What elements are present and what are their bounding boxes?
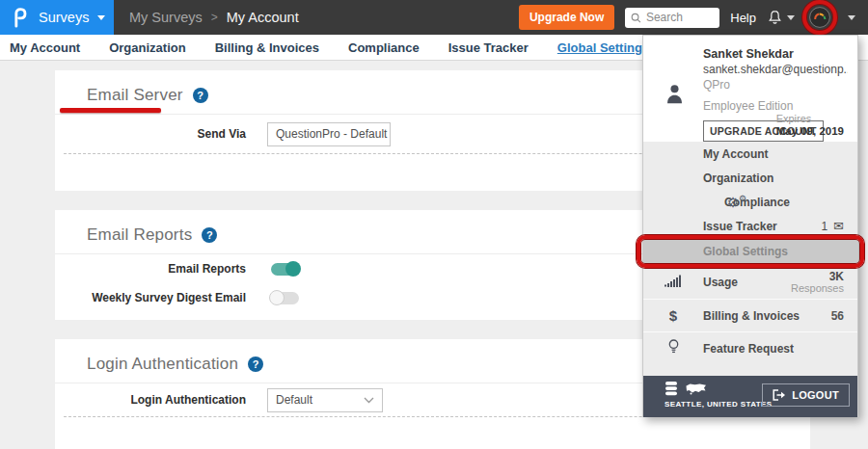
expires-date: May 09, 2019 [776, 125, 844, 137]
mail-icon: ✉ [833, 219, 844, 233]
menu-filler [643, 364, 857, 375]
tab-compliance[interactable]: Compliance [348, 40, 420, 55]
search-input[interactable] [646, 11, 714, 24]
avatar-image [809, 7, 830, 28]
logout-button[interactable]: LOGOUT [762, 383, 850, 407]
expires-block: Expires May 09, 2019 [776, 113, 844, 137]
menu-item-label: Issue Tracker [703, 220, 777, 233]
chevron-down-icon [848, 15, 855, 20]
login-auth-select[interactable]: Default [267, 388, 383, 412]
person-icon [665, 83, 685, 105]
notifications-button[interactable] [767, 9, 795, 26]
tab-global-settings[interactable]: Global Settings [557, 40, 649, 55]
breadcrumb-parent[interactable]: My Surveys [129, 10, 203, 25]
questionpro-app: Surveys My Surveys > My Account Upgrade … [0, 0, 868, 449]
menu-item-label: Usage [703, 276, 738, 289]
search-box[interactable] [625, 8, 719, 28]
breadcrumb: My Surveys > My Account [129, 10, 299, 25]
chevron-down-icon [364, 397, 374, 404]
questionpro-logo-icon [11, 7, 30, 28]
logout-icon [773, 389, 786, 401]
menu-item-label: Organization [703, 172, 773, 185]
menu-item-issue-tracker[interactable]: Issue Tracker 1 ✉ [643, 214, 857, 238]
login-auth-label: Login Authentication [55, 393, 246, 407]
email-reports-label: Email Reports [55, 262, 246, 276]
menu-item-label: Global Settings [703, 245, 788, 258]
section-title: Email Server [87, 86, 183, 105]
weekly-digest-label: Weekly Survey Digest Email [55, 291, 246, 304]
product-menu-label: Surveys [39, 10, 89, 25]
chevron-down-icon [97, 15, 105, 20]
expires-label: Expires [776, 113, 844, 125]
tab-organization[interactable]: Organization [109, 40, 185, 55]
menu-item-compliance[interactable]: ⚙⚙ Compliance [643, 190, 857, 214]
top-bar: Surveys My Surveys > My Account Upgrade … [0, 0, 868, 35]
menu-item-usage[interactable]: Usage 3K Responses [643, 265, 857, 299]
chevron-down-icon [787, 15, 795, 20]
dollar-icon: $ [663, 307, 684, 324]
user-email: sanket.shekdar@questionp... [703, 62, 848, 77]
tab-issue-tracker[interactable]: Issue Tracker [448, 40, 529, 55]
surveys-product-menu[interactable]: Surveys [0, 0, 114, 35]
menu-item-feature-request[interactable]: Feature Request [643, 331, 857, 364]
tab-my-account[interactable]: My Account [10, 40, 80, 55]
login-auth-value: Default [276, 393, 312, 407]
weekly-digest-toggle[interactable] [271, 292, 299, 304]
menu-item-label: Feature Request [703, 342, 794, 356]
usage-value: 3K Responses [791, 271, 844, 294]
user-dropdown-panel: Sanket Shekdar sanket.shekdar@questionp.… [642, 35, 858, 417]
breadcrumb-current: My Account [227, 10, 299, 25]
bell-icon [767, 9, 783, 26]
issue-count: 1 [821, 220, 827, 233]
issue-tracker-badge: 1 ✉ [821, 219, 844, 233]
help-link[interactable]: Help [730, 11, 756, 25]
send-via-value: QuestionPro - Default [276, 127, 387, 141]
usa-map-icon [686, 383, 707, 396]
section-title: Email Reports [87, 225, 192, 245]
search-icon [631, 12, 641, 24]
user-info-section: Sanket Shekdar sanket.shekdar@questionp.… [643, 36, 857, 142]
menu-item-my-account[interactable]: My Account [643, 142, 857, 166]
top-bar-actions: Upgrade Now Help [519, 5, 868, 30]
menu-item-global-settings[interactable]: Global Settings [643, 238, 857, 265]
menu-item-billing-invoices[interactable]: $ Billing & Invoices 56 [643, 299, 857, 331]
send-via-label: Send Via [55, 127, 246, 141]
toggle-knob [269, 290, 285, 305]
user-panel-footer: SEATTLE, UNITED STATES LOGOUT [643, 376, 857, 417]
lightbulb-icon [663, 339, 684, 357]
tab-billing-invoices[interactable]: Billing & Invoices [215, 40, 319, 55]
bar-chart-icon [663, 275, 684, 290]
usage-caption: Responses [791, 282, 844, 294]
help-icon[interactable]: ? [248, 357, 263, 372]
user-menu-list: My Account Organization ⚙⚙ Compliance Is… [643, 142, 857, 376]
usage-count: 3K [791, 271, 844, 282]
toggle-knob [285, 261, 301, 277]
user-edition: Employee Edition [703, 99, 848, 113]
breadcrumb-separator: > [211, 11, 218, 24]
menu-item-organization[interactable]: Organization [643, 166, 857, 190]
database-icon [665, 382, 678, 396]
help-icon[interactable]: ? [202, 227, 217, 243]
billing-count: 56 [831, 309, 844, 323]
user-company: QPro [703, 77, 848, 92]
section-title: Login Authentication [87, 355, 238, 374]
menu-item-label: Billing & Invoices [703, 309, 800, 323]
email-reports-toggle[interactable] [271, 263, 299, 276]
menu-item-label: My Account [703, 147, 769, 161]
logout-label: LOGOUT [792, 389, 839, 401]
user-avatar[interactable] [809, 7, 830, 28]
user-name: Sanket Shekdar [703, 46, 848, 62]
help-icon[interactable]: ? [193, 88, 208, 103]
gears-icon: ⚙⚙ [722, 196, 744, 209]
upgrade-now-button[interactable]: Upgrade Now [519, 5, 614, 30]
send-via-select[interactable]: QuestionPro - Default [267, 122, 391, 146]
